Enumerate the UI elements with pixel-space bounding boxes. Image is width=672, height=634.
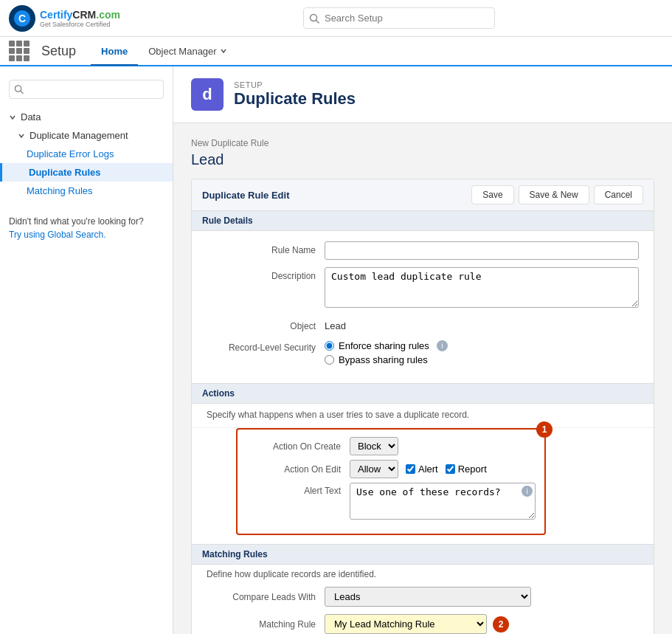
action-on-create-select[interactable]: Block Allow bbox=[350, 437, 398, 455]
action-on-edit-select[interactable]: Allow Block bbox=[350, 460, 398, 478]
sidebar-item-data[interactable]: Data bbox=[0, 108, 173, 126]
logo-area: C CertifyCRM.com Get Salesforce Certifie… bbox=[9, 5, 120, 32]
nav-bar: Setup Home Object Manager bbox=[0, 37, 672, 66]
compare-label: Compare Leads With bbox=[207, 592, 325, 602]
security-label: Record-Level Security bbox=[207, 339, 325, 353]
alert-label: Alert bbox=[418, 464, 438, 475]
alert-text-field: Use one of these records? i bbox=[350, 483, 536, 522]
radio-bypass-label: Bypass sharing rules bbox=[339, 354, 428, 365]
sidebar-item-error-logs[interactable]: Duplicate Error Logs bbox=[0, 145, 173, 163]
security-field: Enforce sharing rules i Bypass sharing r… bbox=[325, 339, 639, 365]
page-icon: d bbox=[191, 78, 224, 111]
content-area: New Duplicate Rule Lead Duplicate Rule E… bbox=[173, 123, 672, 634]
sidebar-label-dup-management: Duplicate Management bbox=[30, 130, 128, 141]
actions-header: Actions bbox=[192, 383, 654, 404]
sidebar: duplicate Data Duplicate Management Dupl… bbox=[0, 66, 173, 634]
sidebar-search-wrap: duplicate bbox=[9, 80, 164, 99]
search-icon bbox=[309, 13, 319, 24]
nav-tab-home[interactable]: Home bbox=[91, 38, 138, 66]
global-search-link[interactable]: Try using Global Search. bbox=[9, 230, 106, 240]
badge-2: 2 bbox=[493, 616, 509, 633]
info-icon-enforce[interactable]: i bbox=[437, 340, 448, 351]
alert-checkbox[interactable] bbox=[406, 464, 415, 474]
breadcrumb: New Duplicate Rule bbox=[191, 138, 654, 148]
alert-text-textarea[interactable]: Use one of these records? bbox=[350, 483, 536, 520]
sidebar-label-dup-rules: Duplicate Rules bbox=[29, 167, 101, 178]
form-row-object: Object Lead bbox=[207, 317, 639, 331]
rule-details-body: Rule Name My Lead Duplicate Rule Descrip… bbox=[192, 231, 654, 383]
actions-description: Specify what happens when a user tries t… bbox=[192, 404, 654, 428]
matching-rule-field: My Lead Matching Rule 2 bbox=[325, 614, 509, 634]
compare-row: Compare Leads With Leads bbox=[207, 587, 639, 607]
rule-name-label: Rule Name bbox=[207, 241, 325, 255]
description-label: Description bbox=[207, 267, 325, 281]
description-textarea[interactable]: Custom lead duplicate rule bbox=[325, 267, 639, 308]
chevron-down-icon bbox=[220, 47, 227, 55]
object-value: Lead bbox=[325, 317, 639, 331]
not-found-text: Didn't find what you're looking for? Try… bbox=[0, 203, 173, 253]
matching-rules-header: Matching Rules bbox=[192, 544, 654, 565]
action-on-create-row: Action On Create Block Allow bbox=[246, 437, 536, 455]
sidebar-item-duplicate-management[interactable]: Duplicate Management bbox=[0, 126, 173, 145]
sidebar-label-matching-rules: Matching Rules bbox=[27, 185, 93, 196]
sidebar-item-duplicate-rules[interactable]: Duplicate Rules bbox=[0, 163, 173, 182]
compare-select[interactable]: Leads bbox=[325, 587, 531, 607]
logo-tagline: Get Salesforce Certified bbox=[40, 21, 120, 28]
alert-checkbox-wrap: Alert bbox=[406, 464, 438, 475]
description-field: Custom lead duplicate rule bbox=[325, 267, 639, 310]
radio-bypass-input[interactable] bbox=[325, 355, 334, 365]
section-title-rule-edit: Duplicate Rule Edit bbox=[202, 190, 289, 201]
object-label: Object bbox=[207, 317, 325, 331]
actions-highlight-wrapper: 1 Action On Create Block Allow Action On… bbox=[192, 428, 609, 535]
chevron-down-icon bbox=[9, 114, 16, 121]
top-bar: C CertifyCRM.com Get Salesforce Certifie… bbox=[0, 0, 672, 37]
svg-line-3 bbox=[316, 20, 319, 23]
nav-setup-label: Setup bbox=[41, 44, 76, 59]
action-on-create-label: Action On Create bbox=[246, 441, 350, 452]
grid-icon[interactable] bbox=[9, 41, 30, 61]
cancel-button[interactable]: Cancel bbox=[594, 185, 643, 204]
form-row-security: Record-Level Security Enforce sharing ru… bbox=[207, 339, 639, 365]
report-checkbox-wrap: Report bbox=[446, 464, 487, 475]
actions-highlight-box: 1 Action On Create Block Allow Action On… bbox=[236, 428, 546, 535]
radio-enforce-input[interactable] bbox=[325, 341, 334, 351]
sidebar-section: Data Duplicate Management Duplicate Erro… bbox=[0, 105, 173, 203]
radio-bypass: Bypass sharing rules bbox=[325, 354, 639, 365]
rule-details-header: Rule Details bbox=[192, 211, 654, 231]
svg-text:C: C bbox=[18, 13, 26, 24]
matching-rule-select[interactable]: My Lead Matching Rule bbox=[325, 614, 487, 634]
security-radio-group: Enforce sharing rules i Bypass sharing r… bbox=[325, 339, 639, 365]
sidebar-search-area: duplicate bbox=[0, 74, 173, 105]
sidebar-search-input[interactable]: duplicate bbox=[9, 80, 164, 99]
radio-enforce-label: Enforce sharing rules bbox=[339, 340, 429, 351]
matching-rule-label: Matching Rule bbox=[207, 619, 325, 630]
matching-description: Define how duplicate records are identif… bbox=[192, 565, 654, 587]
section-header-rule-edit: Duplicate Rule Edit Save Save & New Canc… bbox=[192, 179, 654, 211]
sidebar-label-data: Data bbox=[21, 111, 41, 123]
rule-name-input[interactable]: My Lead Duplicate Rule bbox=[325, 241, 639, 260]
report-label: Report bbox=[458, 464, 487, 475]
setup-label: SETUP bbox=[234, 80, 356, 89]
search-input[interactable] bbox=[303, 7, 495, 29]
sidebar-search-icon bbox=[14, 85, 24, 94]
page-title-area: SETUP Duplicate Rules bbox=[234, 80, 356, 108]
alert-text-label: Alert Text bbox=[246, 483, 350, 496]
rule-name-field: My Lead Duplicate Rule bbox=[325, 241, 639, 260]
matching-rule-row: Matching Rule My Lead Matching Rule 2 bbox=[207, 614, 639, 634]
logo-text-area: CertifyCRM.com Get Salesforce Certified bbox=[40, 9, 120, 28]
save-new-button[interactable]: Save & New bbox=[519, 185, 589, 204]
report-checkbox[interactable] bbox=[446, 464, 455, 474]
object-field: Lead bbox=[325, 317, 639, 331]
page-header: d SETUP Duplicate Rules bbox=[173, 66, 672, 123]
save-button[interactable]: Save bbox=[471, 185, 513, 204]
matching-rules-body: Compare Leads With Leads Matching Rule M… bbox=[192, 587, 654, 634]
form-row-description: Description Custom lead duplicate rule bbox=[207, 267, 639, 310]
record-title: Lead bbox=[191, 151, 654, 168]
section-actions: Save Save & New Cancel bbox=[471, 185, 643, 204]
info-icon-alert[interactable]: i bbox=[522, 486, 533, 497]
main-content: d SETUP Duplicate Rules New Duplicate Ru… bbox=[173, 66, 672, 634]
nav-tab-object-manager[interactable]: Object Manager bbox=[138, 38, 238, 66]
duplicate-rule-edit-section: Duplicate Rule Edit Save Save & New Canc… bbox=[191, 179, 654, 634]
sidebar-item-matching-rules[interactable]: Matching Rules bbox=[0, 182, 173, 200]
form-row-rule-name: Rule Name My Lead Duplicate Rule bbox=[207, 241, 639, 260]
